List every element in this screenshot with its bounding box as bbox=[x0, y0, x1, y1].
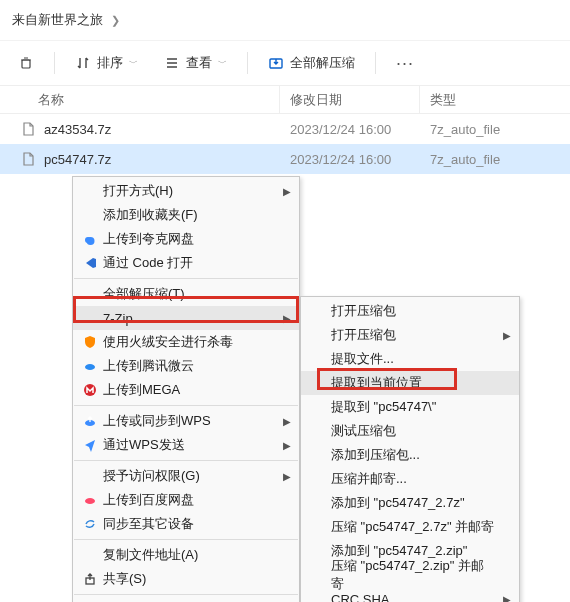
extract-all-button[interactable]: 全部解压缩 bbox=[262, 48, 361, 78]
list-icon bbox=[164, 55, 180, 71]
menu-upload-weiyun[interactable]: 上传到腾讯微云 bbox=[73, 354, 299, 378]
share-icon bbox=[79, 571, 101, 587]
submenu-open-archive-alt[interactable]: 打开压缩包▶ bbox=[301, 323, 519, 347]
svg-point-3 bbox=[85, 237, 91, 243]
submenu-extract-to[interactable]: 提取到 "pc54747\" bbox=[301, 395, 519, 419]
menu-add-favorites[interactable]: 添加到收藏夹(F) bbox=[73, 203, 299, 227]
menu-separator bbox=[74, 278, 298, 279]
delete-button[interactable] bbox=[12, 49, 40, 77]
submenu-test-archive[interactable]: 测试压缩包 bbox=[301, 419, 519, 443]
menu-grant-access[interactable]: 授予访问权限(G)▶ bbox=[73, 464, 299, 488]
column-headers: 名称 修改日期 类型 bbox=[0, 86, 570, 114]
menu-qq-send[interactable]: 通过QQ发送到▶ bbox=[73, 598, 299, 602]
menu-separator bbox=[74, 539, 298, 540]
file-date: 2023/12/24 16:00 bbox=[280, 122, 420, 137]
menu-huorong-scan[interactable]: 使用火绒安全进行杀毒 bbox=[73, 330, 299, 354]
extract-icon bbox=[268, 55, 284, 71]
chevron-down-icon: ﹀ bbox=[218, 57, 227, 70]
submenu-compress-7z-mail[interactable]: 压缩 "pc54747_2.7z" 并邮寄 bbox=[301, 515, 519, 539]
svg-point-4 bbox=[85, 364, 95, 370]
file-icon bbox=[20, 121, 36, 137]
submenu-compress-zip-mail[interactable]: 压缩 "pc54747_2.zip" 并邮寄 bbox=[301, 563, 519, 587]
menu-7zip[interactable]: 7-Zip▶ bbox=[73, 306, 299, 330]
sort-icon bbox=[75, 55, 91, 71]
sort-button[interactable]: 排序 ﹀ bbox=[69, 48, 144, 78]
submenu-crc-sha[interactable]: CRC SHA▶ bbox=[301, 587, 519, 602]
chevron-right-icon: ▶ bbox=[283, 313, 291, 324]
divider bbox=[375, 52, 376, 74]
svg-point-7 bbox=[85, 498, 95, 504]
column-type[interactable]: 类型 bbox=[420, 86, 570, 113]
file-type: 7z_auto_file bbox=[420, 122, 570, 137]
view-button[interactable]: 查看 ﹀ bbox=[158, 48, 233, 78]
chevron-right-icon: ▶ bbox=[283, 416, 291, 427]
menu-upload-mega[interactable]: 上传到MEGA bbox=[73, 378, 299, 402]
toolbar: 排序 ﹀ 查看 ﹀ 全部解压缩 ··· bbox=[0, 40, 570, 86]
menu-wps-send[interactable]: 通过WPS发送▶ bbox=[73, 433, 299, 457]
svg-rect-0 bbox=[22, 60, 30, 68]
vscode-icon bbox=[79, 255, 101, 271]
more-button[interactable]: ··· bbox=[390, 47, 420, 80]
file-name: az43534.7z bbox=[44, 122, 111, 137]
menu-sync-devices[interactable]: 同步至其它设备 bbox=[73, 512, 299, 536]
chevron-right-icon: ❯ bbox=[111, 14, 120, 27]
chevron-down-icon: ﹀ bbox=[129, 57, 138, 70]
submenu-extract-files[interactable]: 提取文件... bbox=[301, 347, 519, 371]
context-submenu-7zip: 打开压缩包 打开压缩包▶ 提取文件... 提取到当前位置 提取到 "pc5474… bbox=[300, 296, 520, 602]
menu-separator bbox=[74, 405, 298, 406]
chevron-right-icon: ▶ bbox=[283, 440, 291, 451]
table-row[interactable]: pc54747.7z 2023/12/24 16:00 7z_auto_file bbox=[0, 144, 570, 174]
send-icon bbox=[79, 437, 101, 453]
chevron-right-icon: ▶ bbox=[503, 594, 511, 603]
submenu-add-7z[interactable]: 添加到 "pc54747_2.7z" bbox=[301, 491, 519, 515]
menu-upload-baidu[interactable]: 上传到百度网盘 bbox=[73, 488, 299, 512]
chevron-right-icon: ▶ bbox=[283, 471, 291, 482]
sort-label: 排序 bbox=[97, 54, 123, 72]
submenu-extract-here[interactable]: 提取到当前位置 bbox=[301, 371, 519, 395]
ellipsis-icon: ··· bbox=[396, 53, 414, 74]
submenu-open-archive[interactable]: 打开压缩包 bbox=[301, 299, 519, 323]
cloud-icon bbox=[79, 231, 101, 247]
menu-open-code[interactable]: 通过 Code 打开 bbox=[73, 251, 299, 275]
divider bbox=[54, 52, 55, 74]
menu-share[interactable]: 共享(S) bbox=[73, 567, 299, 591]
menu-separator bbox=[74, 594, 298, 595]
menu-upload-quark[interactable]: 上传到夸克网盘 bbox=[73, 227, 299, 251]
breadcrumb[interactable]: 来自新世界之旅 ❯ bbox=[0, 0, 570, 40]
menu-wps-sync[interactable]: 上传或同步到WPS▶ bbox=[73, 409, 299, 433]
file-type: 7z_auto_file bbox=[420, 152, 570, 167]
view-label: 查看 bbox=[186, 54, 212, 72]
submenu-add-to-archive[interactable]: 添加到压缩包... bbox=[301, 443, 519, 467]
file-date: 2023/12/24 16:00 bbox=[280, 152, 420, 167]
cloud-icon bbox=[79, 492, 101, 508]
column-date[interactable]: 修改日期 bbox=[280, 86, 420, 113]
mega-icon bbox=[79, 382, 101, 398]
column-name[interactable]: 名称 bbox=[0, 86, 280, 113]
menu-extract-all[interactable]: 全部解压缩(T)... bbox=[73, 282, 299, 306]
sync-icon bbox=[79, 516, 101, 532]
file-name: pc54747.7z bbox=[44, 152, 111, 167]
context-menu: 打开方式(H)▶ 添加到收藏夹(F) 上传到夸克网盘 通过 Code 打开 全部… bbox=[72, 176, 300, 602]
file-icon bbox=[20, 151, 36, 167]
table-row[interactable]: az43534.7z 2023/12/24 16:00 7z_auto_file bbox=[0, 114, 570, 144]
chevron-right-icon: ▶ bbox=[283, 186, 291, 197]
breadcrumb-item[interactable]: 来自新世界之旅 bbox=[12, 11, 103, 29]
divider bbox=[247, 52, 248, 74]
menu-copy-path[interactable]: 复制文件地址(A) bbox=[73, 543, 299, 567]
extract-all-label: 全部解压缩 bbox=[290, 54, 355, 72]
menu-open-with[interactable]: 打开方式(H)▶ bbox=[73, 179, 299, 203]
chevron-right-icon: ▶ bbox=[503, 330, 511, 341]
trash-icon bbox=[18, 55, 34, 71]
submenu-compress-mail[interactable]: 压缩并邮寄... bbox=[301, 467, 519, 491]
menu-separator bbox=[74, 460, 298, 461]
cloud-icon bbox=[79, 358, 101, 374]
cloud-upload-icon bbox=[79, 413, 101, 429]
shield-icon bbox=[79, 334, 101, 350]
